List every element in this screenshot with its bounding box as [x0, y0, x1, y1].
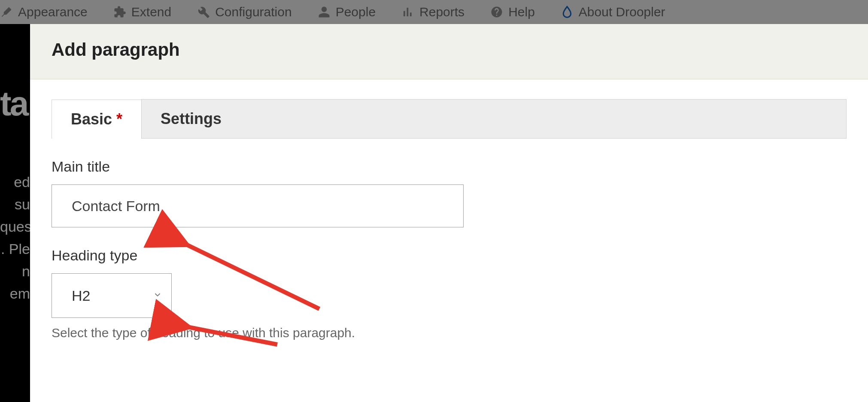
modal-header: Add paragraph — [30, 24, 868, 79]
heading-type-label: Heading type — [52, 247, 494, 264]
tab-basic[interactable]: Basic * — [52, 100, 142, 139]
basic-tab-form: Main title Heading type H2 Select the ty… — [52, 139, 494, 340]
tab-settings[interactable]: Settings — [141, 99, 241, 138]
heading-type-select[interactable]: H2 — [52, 273, 172, 318]
main-title-label: Main title — [52, 158, 494, 175]
heading-type-select-wrap: H2 — [52, 273, 172, 318]
tab-label: Basic — [71, 110, 112, 128]
modal-body: Basic * Settings Main title Heading type… — [30, 79, 868, 402]
add-paragraph-modal: Add paragraph Basic * Settings Main titl… — [30, 24, 868, 402]
tab-strip: Basic * Settings — [52, 99, 847, 139]
required-marker: * — [116, 110, 122, 128]
tab-strip-fill — [240, 99, 847, 138]
heading-type-help-text: Select the type of heading to use with t… — [52, 326, 494, 340]
modal-title: Add paragraph — [52, 39, 868, 60]
tab-label: Settings — [161, 110, 222, 127]
main-title-input[interactable] — [52, 184, 464, 227]
